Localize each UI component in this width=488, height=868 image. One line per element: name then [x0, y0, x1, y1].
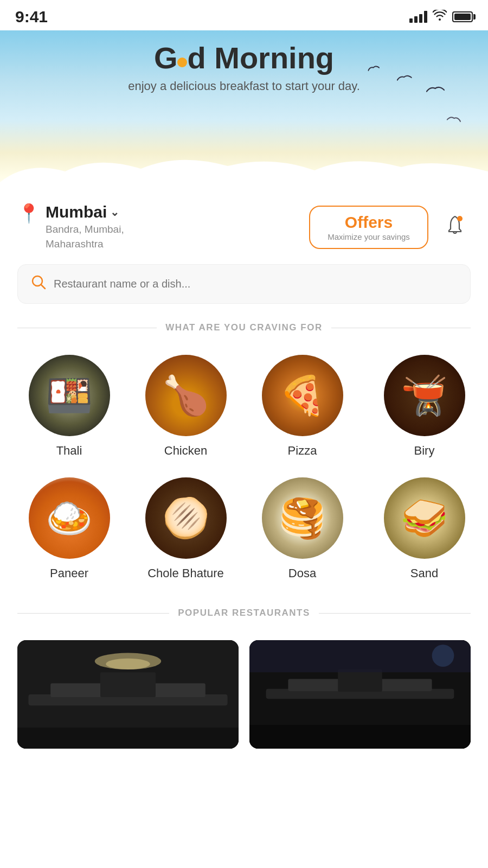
category-image-pizza: 🍕 — [262, 355, 343, 436]
svg-point-16 — [432, 644, 454, 667]
category-image-chicken: 🍗 — [145, 355, 227, 436]
svg-rect-13 — [249, 725, 471, 749]
search-container — [0, 257, 488, 317]
status-time: 9:41 — [15, 8, 48, 26]
restaurant-card-1[interactable] — [17, 640, 239, 749]
sun-dot — [177, 58, 187, 67]
search-input[interactable] — [54, 278, 457, 290]
popular-label: POPULAR RESTAURANTS — [178, 608, 310, 618]
category-image-paneer: 🍛 — [29, 477, 110, 559]
offers-button[interactable]: Offers Maximize your savings — [309, 206, 428, 249]
category-item-paneer[interactable]: 🍛 Paneer — [11, 469, 127, 591]
category-item-chicken[interactable]: 🍗 Chicken — [127, 346, 244, 469]
category-item-dosa[interactable]: 🥞 Dosa — [244, 469, 361, 591]
status-icons — [409, 10, 473, 24]
main-content: 📍 Mumbai ⌄ Bandra, Mumbai,Maharashtra Of… — [0, 188, 488, 757]
restaurant-card-img-2 — [249, 640, 471, 749]
category-name-pizza: Pizza — [288, 444, 317, 458]
restaurant-card-img-1 — [17, 640, 239, 749]
hero-content: Gd Morning enjoy a delicious breakfast t… — [0, 30, 488, 93]
city-name: Mumbai — [46, 203, 107, 221]
craving-label: WHAT ARE YOU CRAVING FOR — [165, 322, 322, 333]
chevron-down-icon[interactable]: ⌄ — [110, 206, 119, 219]
location-block[interactable]: 📍 Mumbai ⌄ Bandra, Mumbai,Maharashtra — [17, 203, 298, 251]
svg-rect-7 — [100, 672, 156, 697]
battery-icon — [452, 11, 473, 22]
category-item-biryani[interactable]: 🫕 Biry — [361, 346, 477, 469]
bird-icon — [446, 113, 462, 126]
search-bar[interactable] — [17, 264, 471, 304]
category-name-chicken: Chicken — [164, 444, 207, 458]
divider-left — [17, 328, 157, 328]
divider-right — [331, 328, 471, 328]
category-item-thali[interactable]: 🍱 Thali — [11, 346, 127, 469]
location-address: Bandra, Mumbai,Maharashtra — [46, 222, 124, 251]
category-image-biryani: 🫕 — [384, 355, 465, 436]
location-offers-row: 📍 Mumbai ⌄ Bandra, Mumbai,Maharashtra Of… — [0, 188, 488, 257]
signal-icon — [409, 11, 427, 23]
category-image-sandwich: 🥪 — [384, 477, 465, 559]
popular-section-header: POPULAR RESTAURANTS — [0, 602, 488, 631]
location-text: Mumbai ⌄ Bandra, Mumbai,Maharashtra — [46, 203, 124, 251]
category-name-thali: Thali — [56, 444, 82, 458]
category-item-sandwich[interactable]: 🥪 Sand — [361, 469, 477, 591]
category-image-thali: 🍱 — [29, 355, 110, 436]
category-item-chole[interactable]: 🫓 Chole Bhature — [127, 469, 244, 591]
greeting-title: Gd Morning — [154, 41, 334, 75]
category-image-dosa: 🥞 — [262, 477, 343, 559]
category-name-dosa: Dosa — [288, 566, 316, 580]
status-bar: 9:41 — [0, 0, 488, 30]
category-item-pizza[interactable]: 🍕 Pizza — [244, 346, 361, 469]
category-name-paneer: Paneer — [50, 566, 88, 580]
popular-divider-right — [319, 613, 471, 614]
bell-icon — [445, 215, 465, 240]
svg-point-9 — [106, 659, 150, 669]
svg-point-0 — [457, 216, 463, 221]
svg-line-2 — [41, 285, 45, 289]
location-city[interactable]: Mumbai ⌄ — [46, 203, 124, 221]
category-image-chole: 🫓 — [145, 477, 227, 559]
restaurant-cards-row — [0, 631, 488, 757]
greeting-subtitle: enjoy a delicious breakfast to start you… — [11, 79, 477, 93]
location-pin-icon: 📍 — [17, 204, 40, 222]
hero-clouds — [0, 150, 488, 193]
search-icon — [31, 275, 46, 293]
notification-button[interactable] — [439, 212, 471, 243]
wifi-icon — [433, 10, 447, 24]
category-name-chole: Chole Bhature — [147, 566, 224, 580]
svg-rect-14 — [338, 669, 382, 692]
craving-section-header: WHAT ARE YOU CRAVING FOR — [0, 317, 488, 346]
category-name-sandwich: Sand — [410, 566, 438, 580]
restaurant-card-2[interactable] — [249, 640, 471, 749]
offers-button-subtitle: Maximize your savings — [328, 232, 410, 241]
popular-divider-left — [17, 613, 169, 614]
categories-grid: 🍱 Thali 🍗 Chicken 🍕 Pizza 🫕 Biry 🍛 Panee… — [0, 346, 488, 591]
offers-button-title: Offers — [345, 213, 393, 232]
svg-rect-6 — [17, 727, 239, 749]
category-name-biryani: Biry — [414, 444, 435, 458]
hero-section: Gd Morning enjoy a delicious breakfast t… — [0, 30, 488, 193]
